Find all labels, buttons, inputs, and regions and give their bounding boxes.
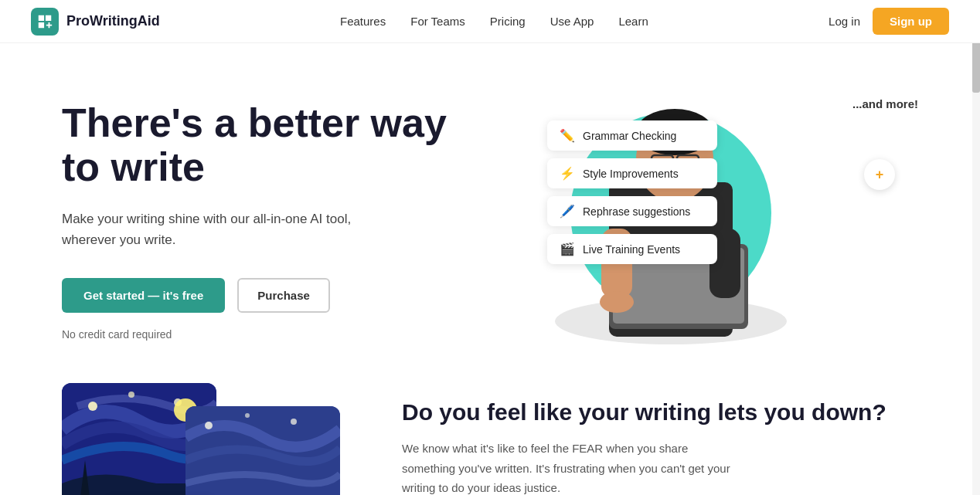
hero-buttons: Get started — it's free Purchase [62,278,448,313]
nav-links: Features For Teams Pricing Use App Learn [340,15,648,28]
rephrase-label: Rephrase suggestions [583,205,690,218]
feature-card-style: ⚡ Style Improvements [547,158,717,188]
hero-section: There's a better way to write Make your … [0,43,980,383]
plus-badge: + [864,159,895,190]
svg-point-20 [205,422,213,429]
signup-button[interactable]: Sign up [873,8,949,35]
grammar-label: Grammar Checking [583,130,676,142]
purchase-button[interactable]: Purchase [237,278,330,313]
overlay-artwork [185,406,340,495]
nav-pricing[interactable]: Pricing [490,15,526,28]
brand-name: ProWritingAid [66,13,160,29]
training-label: Live Training Events [583,243,680,256]
feature-card-grammar: ✏️ Grammar Checking [547,120,717,151]
nav-actions: Log in Sign up [829,8,949,35]
svg-point-21 [245,413,250,418]
feature-card-rephrase: 🖊️ Rephrase suggestions [547,196,717,226]
hero-left: There's a better way to write Make your … [62,101,448,341]
more-bubble: ...and more! [852,97,918,110]
overlay-svg [185,406,340,495]
svg-point-22 [291,419,297,425]
training-icon: 🎬 [560,242,575,256]
bottom-text-block: Do you feel like your writing lets you d… [402,383,918,495]
nav-learn[interactable]: Learn [618,15,648,28]
svg-point-13 [88,402,97,411]
hero-title: There's a better way to write [62,101,448,189]
artwork-collage: My idea in my head [62,383,356,495]
svg-point-11 [600,291,634,313]
nav-use-app[interactable]: Use App [550,15,594,28]
hero-subtitle: Make your writing shine with our all-in-… [62,209,386,250]
style-label: Style Improvements [583,168,679,180]
logo[interactable]: ProWritingAid [31,8,160,36]
bottom-description: We know what it's like to feel the FEAR … [402,439,742,495]
logo-icon [31,8,59,36]
get-started-button[interactable]: Get started — it's free [62,278,225,313]
rephrase-icon: 🖊️ [560,204,575,219]
feature-card-training: 🎬 Live Training Events [547,234,717,264]
style-icon: ⚡ [560,166,575,181]
svg-point-14 [128,392,134,398]
no-credit-text: No credit card required [62,328,448,341]
login-button[interactable]: Log in [829,15,860,28]
navigation: ProWritingAid Features For Teams Pricing… [0,0,980,43]
grammar-icon: ✏️ [560,128,575,143]
hero-right: ✏️ Grammar Checking ⚡ Style Improvements… [547,90,918,352]
nav-for-teams[interactable]: For Teams [410,15,465,28]
bottom-title: Do you feel like your writing lets you d… [402,398,918,426]
nav-features[interactable]: Features [340,15,386,28]
logo-svg [36,13,53,30]
feature-cards-container: ✏️ Grammar Checking ⚡ Style Improvements… [547,120,717,264]
bottom-section: My idea in my head Do you feel like your… [0,383,980,495]
